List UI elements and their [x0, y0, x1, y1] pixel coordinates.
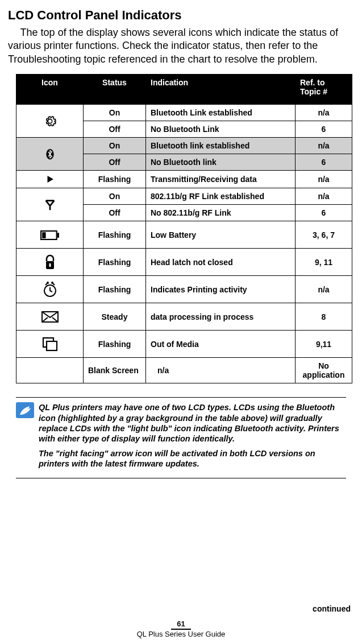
page-title: LCD Control Panel Indicators	[8, 8, 354, 23]
indication-cell: No Bluetooth link	[146, 154, 296, 171]
table-row: FlashingOut of Media9,11	[16, 331, 352, 358]
ref-cell: 8	[296, 303, 352, 331]
table-row: Blank Screenn/aNo application	[16, 358, 352, 383]
table-row: On802.11b/g RF Link establishedn/a	[16, 188, 352, 205]
ref-cell: 9, 11	[296, 249, 352, 276]
table-row: OnBluetooth Link establishedn/a	[16, 105, 352, 121]
bt-icon	[44, 147, 56, 162]
status-cell: Blank Screen	[84, 358, 146, 383]
status-cell: On	[84, 188, 146, 205]
status-cell: Off	[84, 205, 146, 221]
icon-cell	[16, 138, 84, 171]
icon-cell	[16, 249, 84, 276]
table-row: FlashingTransmitting/Receiving datan/a	[16, 171, 352, 188]
indication-cell: n/a	[146, 358, 296, 383]
note-section: QL Plus printers may have one of two LCD…	[16, 397, 346, 478]
indication-cell: Low Battery	[146, 221, 296, 249]
indicator-table: Icon Status Indication Ref. to Topic # O…	[16, 74, 352, 383]
play-icon	[45, 174, 55, 184]
envelope-icon	[41, 311, 59, 323]
table-row: FlashingLow Battery3, 6, 7	[16, 221, 352, 249]
ref-cell: 6	[296, 121, 352, 138]
ref-cell: n/a	[296, 171, 352, 188]
status-cell: Off	[84, 154, 146, 171]
latch-icon	[44, 254, 56, 270]
indication-cell: data processing in process	[146, 303, 296, 331]
indication-cell: Head latch not closed	[146, 249, 296, 276]
status-cell: Flashing	[84, 331, 146, 358]
clock-icon	[43, 282, 57, 298]
guide-name: QL Plus Series User Guide	[137, 630, 226, 638]
status-cell: Flashing	[84, 171, 146, 188]
ref-cell: No application	[296, 358, 352, 383]
icon-cell	[16, 358, 84, 383]
indication-cell: Transmitting/Receiving data	[146, 171, 296, 188]
icon-cell	[16, 105, 84, 138]
ref-cell: n/a	[296, 276, 352, 303]
status-cell: Flashing	[84, 221, 146, 249]
indication-cell: Indicates Printing activity	[146, 276, 296, 303]
page-footer: 61 QL Plus Series User Guide	[0, 620, 362, 638]
icon-cell	[16, 331, 84, 358]
ref-cell: n/a	[296, 138, 352, 154]
ref-cell: n/a	[296, 188, 352, 205]
table-row: OnBluetooth link establishedn/a	[16, 138, 352, 154]
note-icon	[16, 402, 34, 418]
status-cell: Flashing	[84, 276, 146, 303]
note-paragraph-1: QL Plus printers may have one of two LCD…	[39, 402, 346, 444]
intro-paragraph: The top of the display shows several ico…	[8, 26, 354, 66]
table-row: FlashingIndicates Printing activityn/a	[16, 276, 352, 303]
gear-icon	[44, 115, 56, 127]
icon-cell	[16, 188, 84, 221]
status-cell: On	[84, 105, 146, 121]
batt-icon	[40, 230, 60, 240]
indication-cell: Bluetooth link established	[146, 138, 296, 154]
media-icon	[42, 337, 58, 352]
indication-cell: Bluetooth Link established	[146, 105, 296, 121]
page-number: 61	[171, 620, 190, 630]
table-row: FlashingHead latch not closed9, 11	[16, 249, 352, 276]
icon-cell	[16, 171, 84, 188]
th-status: Status	[84, 75, 146, 105]
th-icon: Icon	[16, 75, 84, 105]
ref-cell: n/a	[296, 105, 352, 121]
status-cell: Flashing	[84, 249, 146, 276]
status-cell: On	[84, 138, 146, 154]
th-ref: Ref. to Topic #	[296, 75, 352, 105]
indication-cell: 802.11b/g RF Link established	[146, 188, 296, 205]
note-paragraph-2: The "right facing" arrow icon will be ac…	[39, 448, 346, 469]
status-cell: Off	[84, 121, 146, 138]
icon-cell	[16, 303, 84, 331]
status-cell: Steady	[84, 303, 146, 331]
ref-cell: 9,11	[296, 331, 352, 358]
ant-icon	[44, 199, 56, 211]
th-indication: Indication	[146, 75, 296, 105]
table-row: Steadydata processing in process8	[16, 303, 352, 331]
ref-cell: 6	[296, 154, 352, 171]
icon-cell	[16, 276, 84, 303]
indication-cell: Out of Media	[146, 331, 296, 358]
ref-cell: 3, 6, 7	[296, 221, 352, 249]
indication-cell: No 802.11b/g RF Link	[146, 205, 296, 221]
icon-cell	[16, 221, 84, 249]
indication-cell: No Bluetooth Link	[146, 121, 296, 138]
continued-label: continued	[313, 604, 351, 613]
ref-cell: 6	[296, 205, 352, 221]
